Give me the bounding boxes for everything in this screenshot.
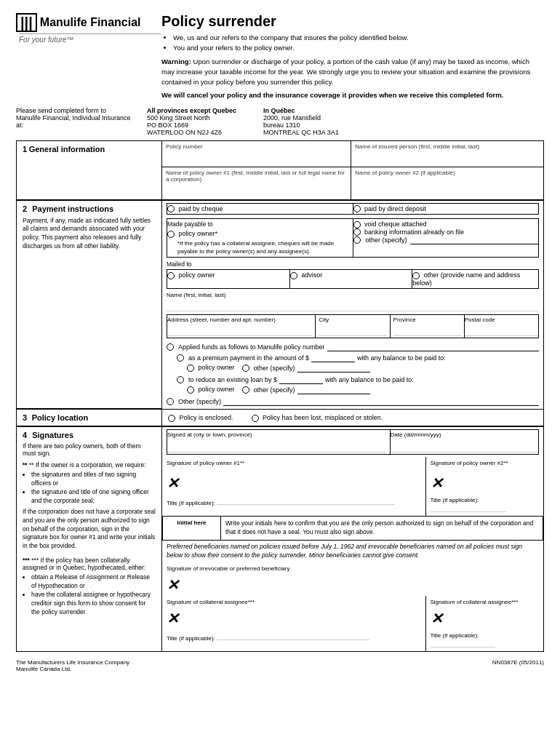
banking-info-radio[interactable] xyxy=(353,228,361,236)
premium-payment-radio[interactable] xyxy=(177,354,184,362)
paid-cheque-radio[interactable] xyxy=(167,205,175,212)
section-1-label: 1 General information xyxy=(17,140,162,199)
mailed-to-row: Mailed to policy owner advisor other (pr… xyxy=(162,259,544,290)
loan-other-label: other (specify) xyxy=(254,386,295,394)
signed-at-field[interactable] xyxy=(167,438,385,453)
policy-enclosed-radio[interactable] xyxy=(168,415,175,422)
policy-owner-radio[interactable] xyxy=(167,231,175,238)
other-specify-field[interactable] xyxy=(410,236,538,244)
section-3-num: 3 xyxy=(23,413,27,422)
applied-funds-radio[interactable] xyxy=(167,343,174,351)
irrevocable-label-row: Signature of irrevocable or preferred be… xyxy=(162,562,544,574)
premium-other-field[interactable] xyxy=(297,364,370,372)
collateral2-x-mark: ✕ xyxy=(431,610,443,626)
address-field[interactable] xyxy=(167,323,312,336)
title2-field[interactable] xyxy=(431,503,507,512)
owner2-field[interactable] xyxy=(355,176,540,191)
preferred-notice-text: Preferred beneficiaries named on policie… xyxy=(167,543,522,559)
mailed-other-radio[interactable] xyxy=(412,272,420,279)
insured-name-field[interactable] xyxy=(355,150,540,164)
collateral2-title-field[interactable] xyxy=(431,639,496,648)
sig2-x-cell[interactable]: ✕ xyxy=(425,469,544,494)
mailed-to-inner: policy owner advisor other (provide name… xyxy=(167,269,539,289)
bullet-1: We, us and our refers to the company tha… xyxy=(173,33,544,43)
logo-area: ||| Manulife Financial For your future™ xyxy=(16,13,161,44)
preferred-notice-row: Preferred beneficiaries named on policie… xyxy=(162,541,544,562)
irrevocable-sig-row[interactable]: ✕ xyxy=(162,574,544,596)
premium-other-radio[interactable] xyxy=(242,364,249,372)
sig1-x-cell[interactable]: ✕ xyxy=(162,469,426,494)
section-4-desc: If there are two policy owners, both of … xyxy=(23,442,156,457)
applied-funds-label: Applied funds as follows to Manulife pol… xyxy=(178,343,325,351)
header: ||| Manulife Financial For your future™ … xyxy=(16,13,544,101)
premium-owner-radio[interactable] xyxy=(187,364,194,372)
mailed-advisor-radio[interactable] xyxy=(290,272,297,279)
collateral1-x-mark: ✕ xyxy=(167,610,179,626)
section-2-table: 2 Payment instructions Payment, if any, … xyxy=(16,200,544,410)
signed-at-row: Signed at (city or town, province) Date … xyxy=(162,427,544,458)
warning-label: Warning: xyxy=(161,57,191,65)
paid-cheque-label: paid by cheque xyxy=(179,205,223,212)
section-3-title: Policy location xyxy=(32,413,89,422)
paid-direct-radio[interactable] xyxy=(353,205,361,212)
date-field[interactable] xyxy=(391,438,538,453)
sig2-label: Signature of policy owner #2** xyxy=(431,460,508,466)
reduce-loan-radio[interactable] xyxy=(177,376,184,383)
name-label: Name (first, initial, last) xyxy=(167,292,539,298)
irrevocable-x-mark: ✕ xyxy=(167,577,179,593)
other-specify-radio[interactable] xyxy=(353,236,361,244)
title1-field[interactable] xyxy=(217,496,395,505)
owner1-label: Name of policy owner #1 (first, middle i… xyxy=(166,170,347,183)
initial-here-row: Initial here Write your initials here to… xyxy=(162,516,544,541)
other-final-field[interactable] xyxy=(223,397,539,406)
collateral-note: *** *** If the policy has been collatera… xyxy=(23,557,156,616)
title1-cell: Title (if applicable): xyxy=(162,494,426,516)
section-4-title: Signatures xyxy=(32,431,73,439)
section-1-title: General information xyxy=(29,145,105,154)
initial-here-label: Initial here xyxy=(177,519,206,526)
banking-info-label: banking information already on file xyxy=(364,228,464,236)
loan-other-radio[interactable] xyxy=(242,386,249,394)
loan-other-field[interactable] xyxy=(297,386,370,394)
corp-note: ** ** If the owner is a corporation, we … xyxy=(23,461,156,551)
section-2-desc: Payment, if any, made as indicated fully… xyxy=(23,217,156,252)
void-cheque-radio[interactable] xyxy=(353,221,361,228)
footer-left: The Manufacturers Life Insurance Company… xyxy=(16,659,129,672)
collateral1-title-field[interactable] xyxy=(217,632,369,640)
payment-options-row2: Made payable to policy owner* *If the po… xyxy=(162,217,544,259)
address-col1-line3: WATERLOO ON N2J 4Z6 xyxy=(147,129,256,136)
owner1-field[interactable] xyxy=(166,183,347,197)
signed-at-inner: Signed at (city or town, province) Date … xyxy=(167,429,539,455)
collateral2-x-cell[interactable]: ✕ xyxy=(425,607,544,629)
reduce-loan-label: to reduce an existing loan by $ xyxy=(188,376,277,383)
postal-label: Postal code xyxy=(465,316,538,323)
province-label: Province xyxy=(393,316,461,323)
premium-owner-label: policy owner xyxy=(199,364,235,371)
loan-owner-radio[interactable] xyxy=(187,386,194,394)
collateral1-x-cell[interactable]: ✕ xyxy=(162,607,426,629)
policy-title-area: Policy surrender We, us and our refers t… xyxy=(161,13,544,101)
name-field[interactable] xyxy=(167,298,539,311)
city-field[interactable] xyxy=(319,323,386,336)
collateral1-title-label: Title (if applicable): xyxy=(167,635,215,642)
province-field[interactable] xyxy=(393,323,461,336)
mailed-policy-owner-radio[interactable] xyxy=(167,272,175,279)
policy-lost-radio[interactable] xyxy=(252,415,259,422)
premium-other-label: other (specify) xyxy=(254,364,295,372)
premium-amount-field[interactable] xyxy=(311,354,355,362)
other-final-radio[interactable] xyxy=(167,398,174,405)
policy-number-field[interactable] xyxy=(166,150,347,164)
mailed-other-label: other (provide name and address below) xyxy=(412,271,520,287)
address-row: Address (street, number and apt. number)… xyxy=(162,313,544,340)
collateral2-title-cell: Title (if applicable): xyxy=(425,629,544,652)
corp-bullet-2: the signature and title of one signing o… xyxy=(31,488,156,506)
collateral1-label-cell: Signature of collateral assignee*** xyxy=(162,596,426,607)
reduce-loan-field[interactable] xyxy=(279,375,323,384)
other-final-label: Other (specify) xyxy=(178,398,221,405)
postal-field[interactable] xyxy=(465,323,538,336)
sig1-x-mark: ✕ xyxy=(167,475,179,491)
address-section: Please send completed form to Manulife F… xyxy=(16,107,544,136)
applied-funds-field[interactable] xyxy=(327,343,539,351)
owner2-label: Name of policy owner #2 (if applicable) xyxy=(355,170,540,176)
address-intro: Please send completed form to Manulife F… xyxy=(16,107,140,136)
